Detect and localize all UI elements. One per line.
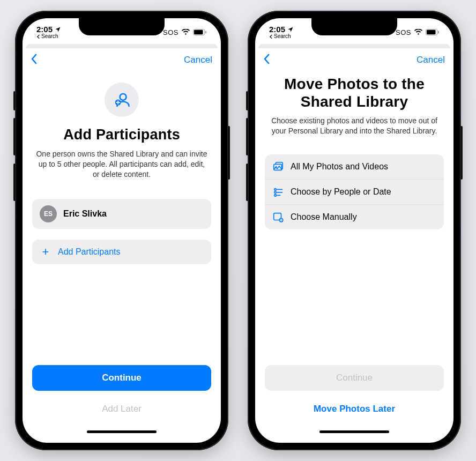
move-later-button[interactable]: Move Photos Later [265,396,444,422]
wifi-icon [414,29,423,35]
option-label: All My Photos and Videos [291,162,388,172]
hero-icon-circle [105,83,139,117]
back-to-search[interactable]: Search [269,34,294,39]
screen-left: 2:05 Search SOS Cancel [23,18,221,443]
move-options-list: All My Photos and Videos Choose by Peopl… [265,154,444,229]
battery-icon [193,29,207,35]
sheet-background-peek [258,44,450,48]
svg-point-14 [274,194,277,196]
participant-list: ES Eric Slivka [32,199,211,229]
status-time: 2:05 [269,25,285,33]
sos-indicator: SOS [163,28,178,36]
svg-rect-1 [194,30,203,34]
option-all-photos[interactable]: All My Photos and Videos [265,154,444,180]
chevron-left-icon [31,54,38,64]
home-indicator[interactable] [87,430,157,433]
svg-point-12 [274,191,277,194]
chevron-left-icon [264,54,270,64]
filter-icon [272,186,284,198]
page-title: Add Participants [63,127,180,144]
option-label: Choose by People or Date [291,187,391,197]
sos-indicator: SOS [396,28,411,36]
svg-point-10 [274,188,277,190]
photo-add-icon [272,211,284,223]
add-participants-group: + Add Participants [32,240,211,264]
back-button[interactable] [264,54,270,67]
cancel-button[interactable]: Cancel [184,55,212,65]
nav-bar: Cancel [23,48,221,72]
participant-name: Eric Slivka [63,209,107,219]
sheet-background-peek [26,44,218,48]
status-time: 2:05 [36,25,53,33]
chevron-left-icon [269,34,273,39]
wifi-icon [181,29,190,35]
notch [311,18,397,35]
battery-icon [426,29,440,35]
location-arrow-icon [55,26,61,33]
continue-button: Continue [265,365,444,391]
svg-rect-7 [438,31,439,34]
add-participants-row[interactable]: + Add Participants [32,240,211,264]
svg-rect-6 [427,30,436,34]
back-button[interactable] [31,54,38,67]
plus-icon: + [40,246,51,258]
notch [79,18,165,35]
nav-bar: Cancel [255,48,453,72]
page-subtitle: Choose existing photos and videos to mov… [265,116,444,136]
photos-stack-icon [272,161,284,173]
add-later-button[interactable]: Add Later [32,396,211,422]
participant-row[interactable]: ES Eric Slivka [32,199,211,229]
back-to-search[interactable]: Search [36,34,61,39]
page-title: Move Photos to the Shared Library [265,75,444,110]
option-label: Choose Manually [291,212,357,222]
add-participants-label: Add Participants [58,247,121,257]
chevron-left-icon [36,34,40,39]
home-indicator[interactable] [319,430,389,433]
svg-rect-2 [205,31,206,34]
phone-left: 2:05 Search SOS Cancel [15,11,228,450]
svg-point-3 [120,94,127,100]
option-by-people-date[interactable]: Choose by People or Date [265,180,444,205]
cancel-button[interactable]: Cancel [416,55,445,65]
location-arrow-icon [287,26,294,33]
continue-button[interactable]: Continue [32,365,211,391]
page-subtitle: One person owns the Shared Library and c… [32,149,211,180]
avatar: ES [40,205,57,222]
screen-right: 2:05 Search SOS Cancel Move Pho [255,18,453,443]
phone-right: 2:05 Search SOS Cancel Move Pho [248,11,461,450]
add-participant-icon [113,91,131,109]
option-manual[interactable]: Choose Manually [265,205,444,229]
